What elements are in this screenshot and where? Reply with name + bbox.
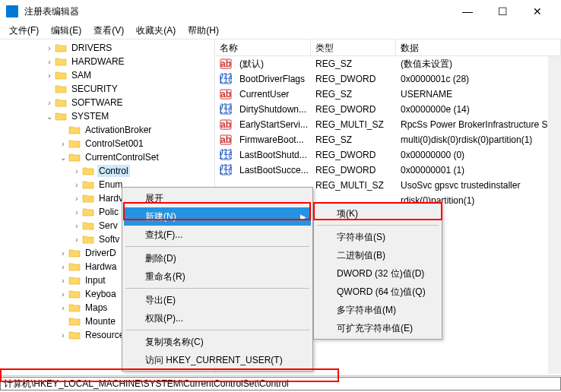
chevron-icon[interactable]: › xyxy=(44,58,55,66)
col-data[interactable]: 数据 xyxy=(396,40,561,55)
list-row[interactable]: abEarlyStartServi...REG_MULTI_SZRpcSs Po… xyxy=(215,117,561,132)
chevron-icon[interactable]: ⌄ xyxy=(44,112,55,121)
cm-new-qword[interactable]: QWORD (64 位)值(Q) xyxy=(315,283,440,301)
cm-expand[interactable]: 展开 xyxy=(124,189,311,207)
chevron-icon[interactable]: › xyxy=(71,208,82,217)
cell-type: REG_DWORD xyxy=(311,165,396,175)
cell-data: 0x0000001c (28) xyxy=(396,74,561,84)
tree-node[interactable]: ›DRIVERS xyxy=(0,41,214,55)
cell-name: EarlyStartServi... xyxy=(235,119,311,130)
chevron-icon[interactable]: ⌄ xyxy=(58,153,68,162)
chevron-icon[interactable]: › xyxy=(58,140,68,148)
tree-node[interactable]: ›ControlSet001 xyxy=(0,137,214,150)
chevron-icon[interactable]: › xyxy=(71,222,82,230)
list-row[interactable]: 011110LastBootShutd...REG_DWORD0x0000000… xyxy=(215,147,561,163)
chevron-icon[interactable]: › xyxy=(44,44,55,52)
folder-icon xyxy=(55,84,67,94)
list-row[interactable]: 011110BootDriverFlagsREG_DWORD0x0000001c… xyxy=(215,71,561,87)
tree-node[interactable]: ⌄CurrentControlSet xyxy=(0,150,214,164)
cm-new-key[interactable]: 项(K) xyxy=(315,204,440,223)
chevron-icon[interactable]: › xyxy=(44,99,55,107)
tree-label: ActivationBroker xyxy=(84,124,153,136)
menu-edit[interactable]: 编辑(E) xyxy=(45,23,87,39)
menu-file[interactable]: 文件(F) xyxy=(3,23,45,39)
folder-icon xyxy=(68,125,81,135)
maximize-button[interactable]: ☐ xyxy=(485,0,520,23)
tree-label: Input xyxy=(84,274,107,286)
chevron-icon[interactable]: › xyxy=(71,194,82,203)
cm-new-dword[interactable]: DWORD (32 位)值(D) xyxy=(315,264,440,283)
tree-label: Polic xyxy=(97,206,120,218)
cm-new[interactable]: 新建(N)▶ xyxy=(124,207,311,226)
tree-node[interactable]: ⌄SYSTEM xyxy=(0,109,214,123)
tree-label: SECURITY xyxy=(70,83,119,95)
tree-label: Keyboa xyxy=(84,288,118,300)
cm-new-binary[interactable]: 二进制值(B) xyxy=(315,246,440,264)
tree-node[interactable]: ›SOFTWARE xyxy=(0,96,214,109)
cm-copykey[interactable]: 复制项名称(C) xyxy=(124,333,311,351)
folder-icon xyxy=(68,275,81,286)
chevron-icon[interactable]: › xyxy=(58,249,68,258)
tree-label: Enum xyxy=(97,179,124,191)
tree-label: Softv xyxy=(97,233,121,245)
folder-icon xyxy=(55,97,67,108)
cell-type: REG_DWORD xyxy=(311,104,396,115)
chevron-icon[interactable]: › xyxy=(58,331,68,340)
list-row[interactable]: 011110LastBootSucce...REG_DWORD0x0000000… xyxy=(215,163,561,178)
cell-data: 0x00000001 (1) xyxy=(396,165,561,175)
cell-type: REG_SZ xyxy=(311,58,396,69)
folder-icon xyxy=(82,179,94,190)
list-row[interactable]: abFirmwareBoot...REG_SZmulti(0)disk(0)rd… xyxy=(215,132,561,147)
cm-new-string[interactable]: 字符串值(S) xyxy=(315,228,440,246)
tree-node[interactable]: SECURITY xyxy=(0,82,214,96)
cell-name: FirmwareBoot... xyxy=(235,134,311,145)
chevron-icon[interactable]: › xyxy=(71,236,82,244)
list-row[interactable]: abCurrentUserREG_SZUSERNAME xyxy=(215,87,561,102)
tree-label: Hardwa xyxy=(84,261,118,273)
folder-icon xyxy=(82,166,94,176)
tree-node[interactable]: ›HARDWARE xyxy=(0,55,214,68)
col-type[interactable]: 类型 xyxy=(311,40,396,55)
cm-delete[interactable]: 删除(D) xyxy=(124,249,311,267)
tree-label: Mounte xyxy=(84,315,117,327)
chevron-icon[interactable]: › xyxy=(58,290,68,299)
tree-node[interactable]: ›Control xyxy=(0,164,214,178)
cell-type: REG_DWORD xyxy=(311,74,396,84)
close-button[interactable]: ✕ xyxy=(520,0,555,23)
cell-data: USERNAME xyxy=(396,89,561,100)
address-bar[interactable] xyxy=(0,377,561,390)
folder-icon xyxy=(68,248,81,258)
cm-new-expand[interactable]: 可扩充字符串值(E) xyxy=(315,319,440,337)
folder-icon xyxy=(68,330,81,340)
tree-node[interactable]: ›SAM xyxy=(0,68,214,82)
list-row[interactable]: ab(默认)REG_SZ(数值未设置) xyxy=(215,56,561,71)
status-bar xyxy=(0,375,561,392)
tree-node[interactable]: ActivationBroker xyxy=(0,123,214,137)
cell-data: 0x0000000e (14) xyxy=(396,104,561,115)
chevron-icon[interactable]: › xyxy=(44,71,55,80)
cm-permissions[interactable]: 权限(P)... xyxy=(124,309,311,327)
cm-find[interactable]: 查找(F)... xyxy=(124,226,311,244)
cm-new-multi[interactable]: 多字符串值(M) xyxy=(315,301,440,319)
cm-rename[interactable]: 重命名(R) xyxy=(124,267,311,286)
menu-view[interactable]: 查看(V) xyxy=(87,23,130,39)
cm-goto[interactable]: 访问 HKEY_CURRENT_USER(T) xyxy=(124,351,311,369)
folder-icon xyxy=(68,289,81,299)
folder-icon xyxy=(55,70,67,81)
chevron-icon[interactable]: › xyxy=(58,304,68,312)
chevron-icon[interactable]: › xyxy=(58,263,68,271)
cell-name: DirtyShutdown... xyxy=(235,104,311,115)
col-name[interactable]: 名称 xyxy=(215,40,311,55)
list-row[interactable]: 011110DirtyShutdown...REG_DWORD0x0000000… xyxy=(215,102,561,117)
menu-help[interactable]: 帮助(H) xyxy=(182,23,225,39)
cell-type: REG_SZ xyxy=(311,134,396,145)
chevron-icon[interactable]: › xyxy=(58,277,68,285)
vertical-scrollbar[interactable] xyxy=(548,56,561,374)
minimize-button[interactable]: — xyxy=(450,0,485,23)
chevron-icon[interactable]: › xyxy=(71,167,82,175)
menu-favorites[interactable]: 收藏夹(A) xyxy=(130,23,182,39)
chevron-icon[interactable]: › xyxy=(71,181,82,189)
tree-label: HARDWARE xyxy=(70,55,126,68)
svg-text:ab: ab xyxy=(220,89,231,100)
cm-export[interactable]: 导出(E) xyxy=(124,291,311,309)
